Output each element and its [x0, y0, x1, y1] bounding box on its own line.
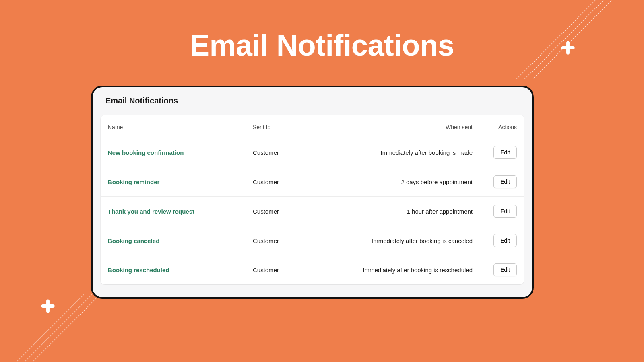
table-row: Booking rescheduled Customer Immediately…: [101, 255, 524, 285]
decorative-line: [20, 294, 100, 362]
notification-name-link[interactable]: New booking confirmation: [108, 149, 184, 156]
col-header-actions: Actions: [480, 115, 524, 138]
edit-button[interactable]: Edit: [493, 205, 517, 218]
sent-to-cell: Customer: [246, 226, 303, 255]
edit-button[interactable]: Edit: [493, 263, 517, 276]
col-header-sent-to: Sent to: [246, 115, 303, 138]
notification-name-link[interactable]: Booking reminder: [108, 179, 159, 185]
when-sent-cell: 2 days before appointment: [303, 167, 480, 197]
sent-to-cell: Customer: [246, 255, 303, 285]
table-row: Thank you and review request Customer 1 …: [101, 197, 524, 226]
page-backdrop: Email Notifications Email Notifications …: [0, 0, 644, 362]
edit-button[interactable]: Edit: [493, 234, 517, 247]
sent-to-cell: Customer: [246, 197, 303, 226]
sent-to-cell: Customer: [246, 138, 303, 167]
notifications-card: Name Sent to When sent Actions New booki…: [101, 115, 524, 284]
when-sent-cell: Immediately after booking is rescheduled: [303, 255, 480, 285]
edit-button[interactable]: Edit: [493, 175, 517, 188]
page-title: Email Notifications: [0, 28, 644, 62]
col-header-name: Name: [101, 115, 246, 138]
notification-name-link[interactable]: Thank you and review request: [108, 208, 194, 215]
when-sent-cell: Immediately after booking is made: [303, 138, 480, 167]
col-header-when-sent: When sent: [303, 115, 480, 138]
notification-name-link[interactable]: Booking canceled: [108, 237, 159, 244]
table-row: Booking canceled Customer Immediately af…: [101, 226, 524, 255]
notification-name-link[interactable]: Booking rescheduled: [108, 267, 169, 274]
panel-heading: Email Notifications: [93, 87, 532, 111]
when-sent-cell: 1 hour after appointment: [303, 197, 480, 226]
plus-icon: [40, 298, 56, 314]
sent-to-cell: Customer: [246, 167, 303, 197]
edit-button[interactable]: Edit: [493, 146, 517, 159]
notifications-table: Name Sent to When sent Actions New booki…: [101, 115, 524, 284]
settings-panel: Email Notifications Name Sent to When se…: [91, 86, 534, 299]
when-sent-cell: Immediately after booking is canceled: [303, 226, 480, 255]
table-row: New booking confirmation Customer Immedi…: [101, 138, 524, 167]
table-row: Booking reminder Customer 2 days before …: [101, 167, 524, 197]
